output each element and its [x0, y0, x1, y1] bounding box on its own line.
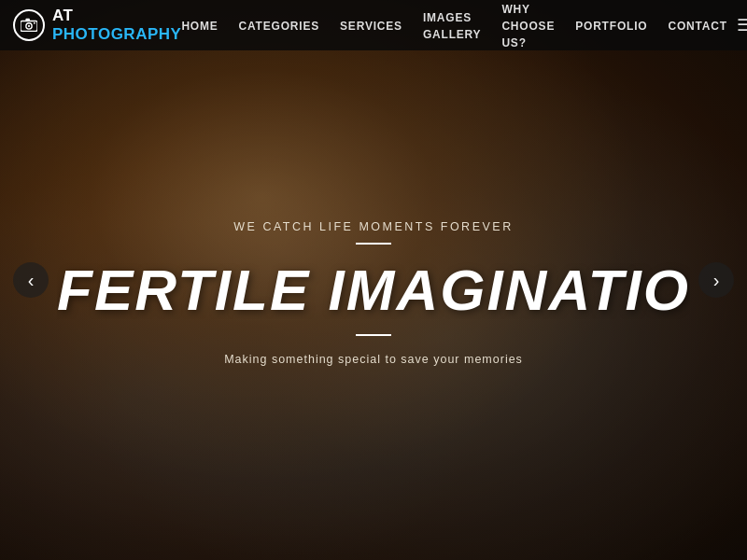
nav-item-services[interactable]: SERVICES	[340, 17, 402, 34]
camera-svg	[21, 17, 37, 34]
next-slide-button[interactable]: ›	[698, 262, 734, 298]
logo-text: AT PHOTOGRAPHY	[52, 7, 181, 44]
camera-icon	[13, 9, 45, 41]
hero-tagline: WE CATCH LIFE MOMENTS FOREVER	[233, 220, 513, 233]
hero-content: WE CATCH LIFE MOMENTS FOREVER FERTILE IM…	[0, 25, 747, 560]
svg-rect-3	[25, 19, 30, 21]
nav-item-home[interactable]: HOME	[181, 17, 218, 34]
svg-point-4	[34, 22, 35, 24]
nav-item-why-choose-us[interactable]: WHY CHOOSE US?	[501, 0, 555, 50]
navbar: AT PHOTOGRAPHY HOME CATEGORIES SERVICES …	[0, 0, 747, 50]
prev-slide-button[interactable]: ‹	[13, 262, 49, 298]
nav-item-contact[interactable]: CONTACT	[668, 17, 726, 34]
nav-item-categories[interactable]: CATEGORIES	[239, 17, 319, 34]
nav-item-images-gallery[interactable]: IMAGES GALLERY	[423, 8, 482, 42]
hero-title: FERTILE IMAGINATIO	[57, 261, 690, 319]
hero-section: AT PHOTOGRAPHY HOME CATEGORIES SERVICES …	[0, 0, 747, 560]
hero-subtitle: Making something special to save your me…	[224, 353, 523, 366]
hamburger-icon[interactable]: ☰	[737, 15, 747, 35]
logo-at: AT	[52, 7, 73, 24]
chevron-right-icon: ›	[713, 270, 720, 291]
hero-divider-top	[356, 243, 391, 245]
hero-divider-bottom	[356, 334, 391, 336]
nav-item-portfolio[interactable]: PORTFOLIO	[575, 17, 647, 34]
logo-link[interactable]: AT PHOTOGRAPHY	[13, 7, 181, 44]
nav-links: HOME CATEGORIES SERVICES IMAGES GALLERY …	[181, 0, 726, 50]
nav-link-services[interactable]: SERVICES	[340, 20, 402, 33]
nav-link-contact[interactable]: CONTACT	[668, 20, 726, 33]
nav-link-categories[interactable]: CATEGORIES	[239, 20, 319, 33]
logo-photography: PHOTOGRAPHY	[52, 25, 181, 43]
nav-link-why-choose-us[interactable]: WHY CHOOSE US?	[501, 3, 555, 49]
nav-link-images-gallery[interactable]: IMAGES GALLERY	[423, 11, 482, 41]
svg-point-2	[28, 25, 30, 27]
nav-link-portfolio[interactable]: PORTFOLIO	[575, 20, 647, 33]
nav-link-home[interactable]: HOME	[181, 20, 218, 33]
chevron-left-icon: ‹	[28, 270, 35, 291]
